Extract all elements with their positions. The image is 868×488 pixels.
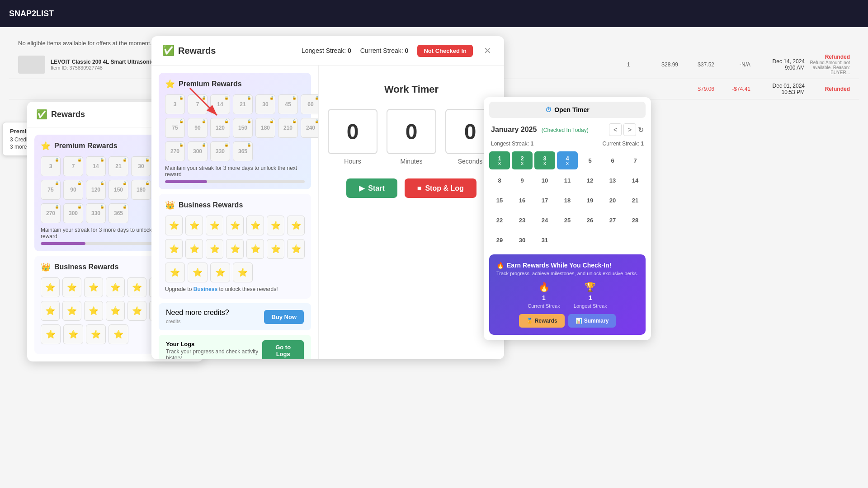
cal-day-3[interactable]: 3 X [534, 151, 555, 169]
main-streak-7: 🔒7 [188, 94, 208, 114]
cal-day-21[interactable]: 21 [625, 191, 646, 209]
start-timer-button[interactable]: ▶ Start [346, 178, 397, 198]
main-modal-header: ✅ Rewards Longest Streak: 0 Current Stre… [151, 36, 504, 66]
main-star-row-2: ⭐ ⭐ ⭐ ⭐ ⭐ ⭐ ⭐ [165, 239, 305, 259]
open-timer-button[interactable]: ⏱ Open Timer [489, 102, 646, 118]
cal-day-9[interactable]: 9 [512, 171, 533, 189]
cal-day-18[interactable]: 18 [557, 191, 578, 209]
cal-day-28[interactable]: 28 [625, 211, 646, 229]
stop-log-button[interactable]: ■ Stop & Log [405, 178, 476, 198]
calendar-next-button[interactable]: > [623, 123, 636, 136]
streak-badge-75: 🔒75 [41, 180, 61, 200]
cal-day-30[interactable]: 30 [512, 231, 533, 249]
calendar-panel: ⏱ Open Timer January 2025 (Checked In To… [484, 97, 651, 340]
main-streak-120: 🔒120 [210, 118, 230, 138]
cal-day-31[interactable]: 31 [534, 231, 555, 249]
star-badge-9: ⭐ [62, 301, 81, 321]
earn-streaks-display: 🔥 1 Current Streak 🏆 1 Longest Streak [496, 282, 638, 309]
main-streak-21: 🔒21 [233, 94, 253, 114]
cal-day-16[interactable]: 16 [512, 191, 533, 209]
calendar-refresh-button[interactable]: ↻ [638, 126, 644, 134]
main-star-13: ⭐ [267, 239, 284, 259]
cal-day-10[interactable]: 10 [534, 171, 555, 189]
star-badge-17: ⭐ [86, 324, 106, 344]
not-checked-in-button[interactable]: Not Checked In [417, 45, 473, 57]
cal-day-11[interactable]: 11 [557, 171, 578, 189]
earn-current-streak: 🔥 1 Current Streak [528, 282, 560, 309]
star-badge-15: ⭐ [41, 324, 61, 344]
earn-longest-streak: 🏆 1 Longest Streak [574, 282, 607, 309]
product-time1: 9:00 AM [750, 65, 805, 71]
main-modal-body: ⭐ Premium Rewards 🔒3 🔒7 🔒14 🔒21 🔒30 🔒45 … [151, 66, 504, 359]
cal-day-14[interactable]: 14 [625, 171, 646, 189]
credits-text: Need more credits? credits [166, 309, 229, 325]
main-star-10: ⭐ [206, 239, 223, 259]
cal-day-6[interactable]: 6 [602, 151, 623, 169]
calendar-prev-button[interactable]: < [609, 123, 622, 136]
calendar-header: January 2025 (Checked In Today) < > ↻ [484, 118, 651, 139]
main-streak-240: 🔒240 [301, 118, 319, 138]
earn-summary-button[interactable]: 📊 Summary [568, 314, 616, 328]
cal-day-12[interactable]: 12 [580, 171, 600, 189]
earn-flame-icon: 🔥 [538, 282, 550, 292]
main-premium-grid-3: 🔒270 🔒300 🔒330 🔒365 [165, 141, 305, 161]
star-badge-18: ⭐ [108, 324, 128, 344]
timer-clock-icon: ⏱ [545, 106, 552, 113]
product-price2: $79.06 [678, 86, 714, 92]
cal-day-29[interactable]: 29 [489, 231, 510, 249]
cal-day-5[interactable]: 5 [580, 151, 600, 169]
main-star-16: ⭐ [188, 263, 208, 282]
current-streak-display: Current Streak: 0 [360, 47, 409, 54]
product-status2: Refunded [805, 86, 850, 92]
buy-now-button[interactable]: Buy Now [264, 310, 304, 324]
cal-day-13[interactable]: 13 [602, 171, 623, 189]
main-star-8: ⭐ [165, 239, 183, 259]
left-premium-crown-icon: ⭐ [41, 141, 51, 151]
calendar-checked-in-text: (Checked In Today) [542, 127, 589, 133]
cal-day-25[interactable]: 25 [557, 211, 578, 229]
timer-display: 0 Hours 0 Minutes 0 Seconds [328, 109, 495, 165]
streak-badge-3: 🔒3 [41, 156, 61, 176]
cal-day-8[interactable]: 8 [489, 171, 510, 189]
earn-rewards-panel: 🔥 Earn Rewards While You Check-In! Track… [489, 254, 646, 335]
main-star-3: ⭐ [206, 216, 223, 235]
product-qty: 1 [615, 61, 642, 68]
cal-day-15[interactable]: 15 [489, 191, 510, 209]
close-modal-button[interactable]: ✕ [482, 43, 493, 58]
product-change: -N/A [714, 61, 750, 68]
cal-day-19[interactable]: 19 [580, 191, 600, 209]
cal-day-1[interactable]: 1 X [489, 151, 510, 169]
main-star-row-3: ⭐ ⭐ ⭐ ⭐ [165, 263, 305, 282]
main-star-9: ⭐ [185, 239, 203, 259]
cal-day-26[interactable]: 26 [580, 211, 600, 229]
main-star-7: ⭐ [287, 216, 305, 235]
main-premium-header: ⭐ Premium Rewards [165, 79, 305, 89]
business-upgrade-link[interactable]: Business [193, 286, 217, 292]
cal-day-17[interactable]: 17 [534, 191, 555, 209]
earn-longest-streak-label: Longest Streak [574, 303, 607, 309]
cal-day-27[interactable]: 27 [602, 211, 623, 229]
go-to-logs-button[interactable]: Go to Logs [262, 340, 304, 359]
app-logo: SNAP2LIST [9, 9, 54, 19]
main-streak-90: 🔒90 [188, 118, 208, 138]
cal-day-4[interactable]: 4 X [557, 151, 578, 169]
longest-streak-display: Longest Streak: 0 [302, 47, 351, 54]
main-streak-45: 🔒45 [278, 94, 298, 114]
main-business-title: Business Rewards [179, 201, 243, 209]
main-business-crown-icon: 👑 [165, 200, 175, 210]
star-badge-3: ⭐ [84, 277, 103, 297]
hours-label: Hours [344, 158, 361, 165]
calendar-open-timer-wrapper: ⏱ Open Timer [484, 97, 651, 118]
hours-value-box: 0 [328, 109, 377, 154]
star-badge-10: ⭐ [84, 301, 103, 321]
cal-day-24[interactable]: 24 [534, 211, 555, 229]
cal-day-23[interactable]: 23 [512, 211, 533, 229]
cal-day-7[interactable]: 7 [625, 151, 646, 169]
cal-day-22[interactable]: 22 [489, 211, 510, 229]
cal-day-2[interactable]: 2 X [512, 151, 533, 169]
main-streak-180: 🔒180 [255, 118, 275, 138]
earn-rewards-button[interactable]: 🏅 Rewards [519, 314, 565, 328]
streak-badge-270: 🔒270 [41, 203, 61, 223]
main-streak-150: 🔒150 [233, 118, 253, 138]
cal-day-20[interactable]: 20 [602, 191, 623, 209]
